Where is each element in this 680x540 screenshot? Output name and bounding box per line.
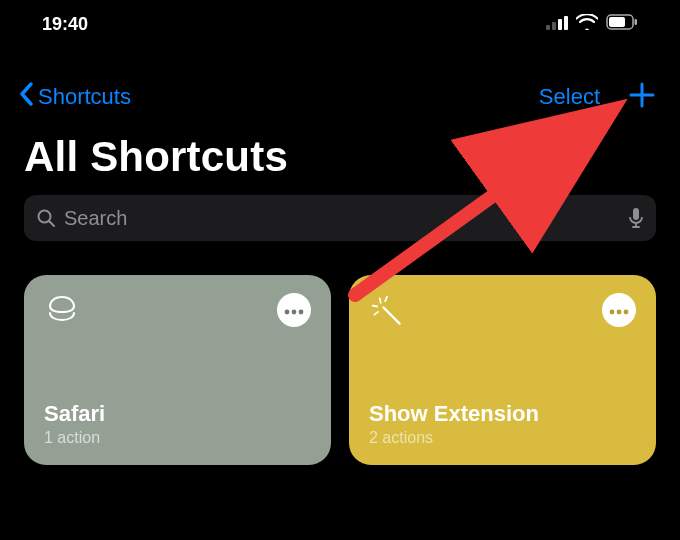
plus-icon [628, 81, 656, 113]
microphone-icon[interactable] [628, 207, 644, 229]
svg-point-7 [39, 211, 51, 223]
search-bar[interactable] [24, 195, 656, 241]
shortcuts-grid: Safari 1 action [0, 241, 680, 465]
page-title: All Shortcuts [0, 121, 680, 195]
chevron-left-icon [18, 81, 36, 113]
card-title: Show Extension [369, 401, 636, 427]
card-title: Safari [44, 401, 311, 427]
search-icon [36, 208, 56, 228]
nav-bar: Shortcuts Select [0, 43, 680, 121]
battery-icon [606, 14, 638, 35]
shortcut-card[interactable]: Safari 1 action [24, 275, 331, 465]
svg-point-12 [610, 310, 615, 315]
select-button[interactable]: Select [539, 84, 600, 110]
status-time: 19:40 [42, 14, 88, 35]
svg-point-9 [285, 310, 290, 315]
card-more-button[interactable] [277, 293, 311, 327]
wifi-icon [576, 14, 598, 35]
cellular-icon [546, 14, 568, 35]
status-bar: 19:40 [0, 0, 680, 43]
add-button[interactable] [628, 81, 656, 113]
svg-rect-2 [558, 19, 562, 30]
svg-point-10 [292, 310, 297, 315]
card-more-button[interactable] [602, 293, 636, 327]
back-label: Shortcuts [38, 84, 131, 110]
card-subtitle: 1 action [44, 429, 311, 447]
svg-rect-1 [552, 22, 556, 30]
svg-rect-5 [609, 17, 625, 27]
layers-icon [44, 293, 80, 329]
svg-point-11 [299, 310, 304, 315]
shortcut-card[interactable]: Show Extension 2 actions [349, 275, 656, 465]
svg-rect-0 [546, 25, 550, 30]
svg-rect-6 [635, 19, 638, 25]
back-button[interactable]: Shortcuts [18, 81, 131, 113]
svg-point-13 [617, 310, 622, 315]
ellipsis-icon [284, 301, 304, 319]
wand-icon [369, 293, 405, 329]
svg-point-14 [624, 310, 629, 315]
ellipsis-icon [609, 301, 629, 319]
card-subtitle: 2 actions [369, 429, 636, 447]
search-input[interactable] [64, 207, 620, 230]
svg-rect-3 [564, 16, 568, 30]
svg-rect-8 [633, 208, 639, 220]
